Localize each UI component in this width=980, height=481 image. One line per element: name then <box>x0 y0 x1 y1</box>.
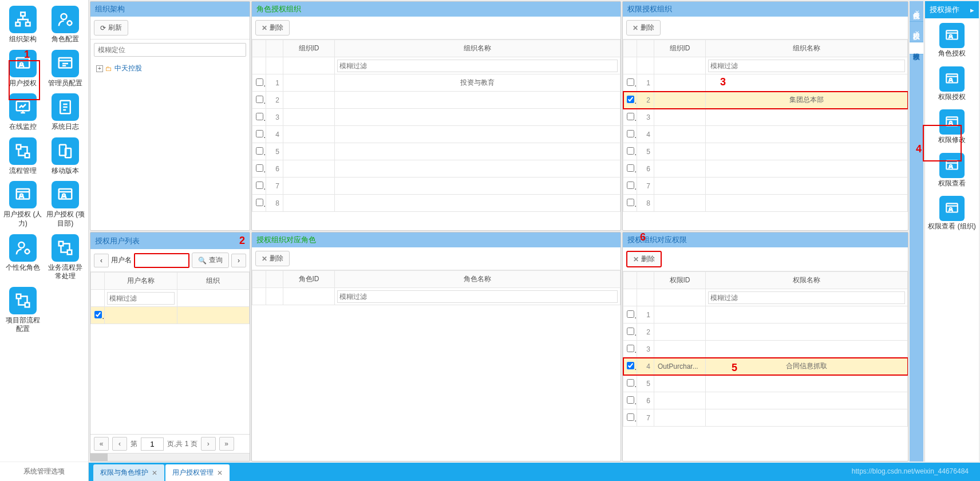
table-row[interactable]: 1 <box>623 74 908 92</box>
nav-item-12[interactable]: 项目部流程配置 <box>3 287 43 334</box>
row-checkbox[interactable] <box>627 130 634 137</box>
table-row[interactable]: 1投资与教育 <box>252 74 621 92</box>
row-checkbox[interactable] <box>256 147 263 155</box>
tree-root-node[interactable]: + 🗀 中天控股 <box>90 60 250 77</box>
table-row[interactable]: 3 <box>623 341 908 358</box>
row-checkbox[interactable] <box>256 96 263 103</box>
row-checkbox[interactable] <box>627 396 634 404</box>
bottom-tab-1[interactable]: 用户授权管理✕ <box>165 464 230 481</box>
nav-item-5[interactable]: 系统日志 <box>46 93 86 132</box>
refresh-button[interactable]: ⟳刷新 <box>94 20 128 36</box>
close-icon[interactable]: ✕ <box>914 30 920 36</box>
tree-expand-icon[interactable]: + <box>96 65 103 72</box>
pager-first[interactable]: « <box>94 437 109 451</box>
table-row[interactable]: 5 <box>623 143 908 160</box>
nav-item-3[interactable]: 管理员配置 <box>46 50 86 88</box>
table-row[interactable]: 4OutPurchar...合同信息抓取 <box>623 358 908 375</box>
table-row[interactable]: 3 <box>252 109 621 126</box>
table-row[interactable]: 8 <box>252 195 621 212</box>
delete-button[interactable]: ✕删除 <box>626 20 661 36</box>
nav-item-7[interactable]: 移动版本 <box>46 137 86 176</box>
table-row[interactable]: 2 <box>623 324 908 341</box>
row-checkbox[interactable] <box>627 113 634 120</box>
query-button[interactable]: 🔍查询 <box>192 253 229 268</box>
right-nav-label: 权限修改 <box>938 136 966 145</box>
org-name-filter[interactable] <box>708 60 905 72</box>
delete-button[interactable]: ✕删除 <box>626 251 662 267</box>
close-icon[interactable]: ✕ <box>914 9 920 15</box>
h-scrollbar[interactable] <box>90 453 250 461</box>
table-row[interactable]: 8 <box>623 195 908 212</box>
user-row[interactable] <box>91 307 250 324</box>
row-checkbox[interactable] <box>256 199 263 206</box>
org-name-filter[interactable] <box>337 60 618 72</box>
row-checkbox[interactable] <box>627 78 634 86</box>
close-icon[interactable]: ✕ <box>217 469 223 477</box>
right-nav-item-3[interactable]: 权限查看 <box>938 153 966 188</box>
row-checkbox[interactable] <box>256 182 263 189</box>
table-row[interactable]: 1 <box>623 306 908 324</box>
delete-button[interactable]: ✕删除 <box>255 251 290 266</box>
table-row[interactable]: 4 <box>623 126 908 143</box>
row-checkbox[interactable] <box>256 164 263 172</box>
row-checkbox[interactable] <box>627 379 634 387</box>
vtab-1[interactable]: 权限授权✕ <box>910 22 923 42</box>
nav-item-10[interactable]: 个性化角色 <box>3 234 43 281</box>
org-search-input[interactable] <box>94 43 246 57</box>
table-row[interactable]: 6 <box>252 160 621 178</box>
right-nav-item-0[interactable]: 角色授权 <box>938 23 966 58</box>
nav-item-1[interactable]: 角色配置 <box>46 6 86 44</box>
user-search-input[interactable] <box>134 253 189 268</box>
nav-item-9[interactable]: 用户授权 (项目部) <box>46 181 86 228</box>
delete-button[interactable]: ✕删除 <box>255 20 290 36</box>
table-row[interactable]: 5 <box>623 375 908 392</box>
table-row[interactable]: 4 <box>252 126 621 143</box>
pager-last[interactable]: » <box>219 437 234 451</box>
vtab-0[interactable]: 角色授权✕ <box>910 1 923 22</box>
row-checkbox[interactable] <box>627 362 634 369</box>
row-checkbox[interactable] <box>256 78 263 86</box>
nav-item-0[interactable]: 组织架构 <box>3 6 43 44</box>
user-name-filter[interactable] <box>107 292 175 305</box>
vtab-2[interactable]: 权限修改 <box>910 42 923 54</box>
close-icon[interactable]: ✕ <box>152 469 157 477</box>
nav-item-4[interactable]: 在线监控 <box>3 93 43 132</box>
table-row[interactable]: 3 <box>623 109 908 126</box>
table-row[interactable]: 6 <box>623 392 908 409</box>
prev-field-button[interactable]: ‹ <box>94 254 109 267</box>
table-row[interactable]: 7 <box>623 178 908 195</box>
table-row[interactable]: 5 <box>252 143 621 160</box>
row-checkbox[interactable] <box>627 413 634 421</box>
user-row-checkbox[interactable] <box>94 311 102 318</box>
table-row[interactable]: 7 <box>252 178 621 195</box>
pager-next[interactable]: › <box>201 437 216 451</box>
pager-page-input[interactable] <box>141 437 164 451</box>
table-row[interactable]: 6 <box>623 160 908 178</box>
row-checkbox[interactable] <box>627 199 634 206</box>
right-nav-item-1[interactable]: 权限授权 <box>938 66 966 102</box>
nav-item-11[interactable]: 业务流程异常处理 <box>46 234 86 281</box>
right-nav-item-2[interactable]: 权限修改 <box>938 109 966 145</box>
row-checkbox[interactable] <box>627 310 634 318</box>
nav-item-6[interactable]: 流程管理 <box>3 137 43 176</box>
row-checkbox[interactable] <box>627 164 634 172</box>
row-checkbox[interactable] <box>256 130 263 137</box>
nav-item-8[interactable]: 用户授权 (人力) <box>3 181 43 228</box>
row-checkbox[interactable] <box>256 113 263 120</box>
next-field-button[interactable]: › <box>231 254 246 267</box>
role-name-filter[interactable] <box>337 290 618 303</box>
table-row[interactable]: 2 <box>252 92 621 109</box>
row-checkbox[interactable] <box>627 96 634 103</box>
row-checkbox[interactable] <box>627 345 634 352</box>
perm-name-filter[interactable] <box>708 291 905 304</box>
right-nav-item-4[interactable]: 权限查看 (组织) <box>928 196 975 231</box>
table-row[interactable]: 2集团总本部 <box>623 92 908 109</box>
row-checkbox[interactable] <box>627 328 634 335</box>
mobile-icon <box>52 137 79 165</box>
row-checkbox[interactable] <box>627 147 634 155</box>
row-checkbox[interactable] <box>627 182 634 189</box>
pager-prev[interactable]: ‹ <box>112 437 127 451</box>
table-row[interactable]: 7 <box>623 409 908 427</box>
bottom-tab-0[interactable]: 权限与角色维护✕ <box>93 464 164 481</box>
nav-item-2[interactable]: 用户授权 <box>3 50 43 88</box>
